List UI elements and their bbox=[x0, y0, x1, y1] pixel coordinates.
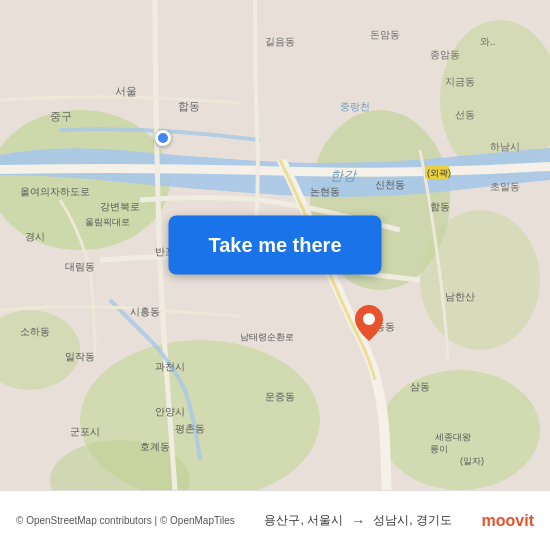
svg-text:일작동: 일작동 bbox=[65, 351, 95, 362]
svg-text:올여의자하도로: 올여의자하도로 bbox=[20, 186, 90, 197]
svg-text:길음동: 길음동 bbox=[265, 36, 295, 47]
destination-marker bbox=[355, 305, 383, 345]
svg-text:선동: 선동 bbox=[455, 109, 475, 120]
map-attribution: © OpenStreetMap contributors | © OpenMap… bbox=[16, 515, 235, 526]
svg-text:논현동: 논현동 bbox=[310, 186, 340, 197]
route-arrow-icon: → bbox=[351, 513, 365, 529]
svg-text:신천동: 신천동 bbox=[375, 179, 405, 190]
route-destination-label: 성남시, 경기도 bbox=[373, 512, 452, 529]
svg-text:(외곽): (외곽) bbox=[427, 168, 451, 178]
svg-text:와..: 와.. bbox=[480, 36, 496, 47]
svg-text:서울: 서울 bbox=[115, 85, 137, 97]
svg-text:돈암동: 돈암동 bbox=[370, 29, 400, 40]
svg-text:합동: 합동 bbox=[178, 100, 200, 112]
svg-point-3 bbox=[380, 370, 540, 490]
route-info: 용산구, 서울시 → 성남시, 경기도 bbox=[235, 512, 482, 529]
svg-text:시흥동: 시흥동 bbox=[130, 306, 160, 317]
map-container: 중구 서울 합동 길음동 돈암동 종암동 지금동 와.. 선동 하남시 초일동 … bbox=[0, 0, 550, 490]
svg-text:릉이: 릉이 bbox=[430, 444, 448, 454]
bottom-bar: © OpenStreetMap contributors | © OpenMap… bbox=[0, 490, 550, 550]
svg-text:(일자): (일자) bbox=[460, 456, 484, 466]
svg-text:호계동: 호계동 bbox=[140, 441, 170, 452]
svg-text:세종대왕: 세종대왕 bbox=[435, 432, 471, 442]
route-origin-label: 용산구, 서울시 bbox=[264, 512, 343, 529]
svg-text:남태령순환로: 남태령순환로 bbox=[240, 332, 294, 342]
svg-text:소하동: 소하동 bbox=[20, 326, 50, 337]
svg-text:초일동: 초일동 bbox=[490, 181, 520, 192]
svg-text:과천시: 과천시 bbox=[155, 361, 185, 372]
svg-text:대림동: 대림동 bbox=[65, 261, 95, 272]
svg-point-50 bbox=[363, 313, 375, 325]
svg-text:하남시: 하남시 bbox=[490, 141, 520, 152]
moovit-logo: moovit bbox=[482, 512, 534, 530]
svg-point-7 bbox=[420, 210, 540, 350]
svg-text:종암동: 종암동 bbox=[430, 49, 460, 60]
svg-text:지금동: 지금동 bbox=[445, 76, 475, 87]
svg-text:남한산: 남한산 bbox=[445, 291, 475, 302]
svg-text:중구: 중구 bbox=[50, 110, 72, 122]
svg-text:함동: 함동 bbox=[430, 201, 450, 212]
svg-text:안양시: 안양시 bbox=[155, 406, 185, 417]
svg-text:중랑천: 중랑천 bbox=[340, 101, 370, 112]
svg-text:삼동: 삼동 bbox=[410, 381, 430, 392]
take-me-there-button[interactable]: Take me there bbox=[168, 216, 381, 275]
svg-text:군포시: 군포시 bbox=[70, 426, 100, 437]
moovit-brand-text: moovit bbox=[482, 512, 534, 530]
svg-text:평촌동: 평촌동 bbox=[175, 423, 205, 434]
svg-text:강변북로: 강변북로 bbox=[100, 201, 140, 212]
svg-text:한강: 한강 bbox=[330, 168, 358, 183]
svg-text:운중동: 운중동 bbox=[265, 391, 295, 402]
svg-text:올림픽대로: 올림픽대로 bbox=[85, 217, 130, 227]
origin-marker bbox=[155, 130, 171, 146]
svg-text:경시: 경시 bbox=[25, 231, 45, 242]
